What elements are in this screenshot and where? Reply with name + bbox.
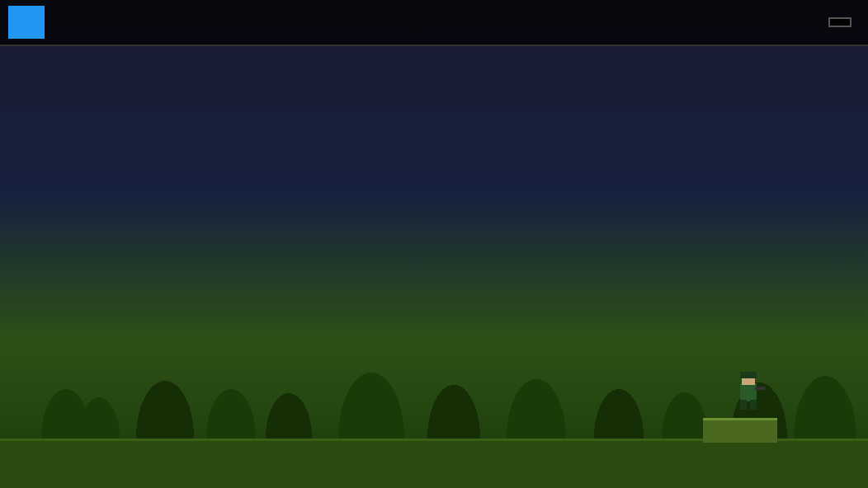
player-character xyxy=(732,367,765,420)
header xyxy=(0,0,868,46)
svg-rect-0 xyxy=(740,383,757,401)
svg-rect-5 xyxy=(750,400,757,410)
svg-rect-2 xyxy=(740,372,757,378)
platform xyxy=(703,418,777,443)
back-button[interactable] xyxy=(8,6,45,39)
ground xyxy=(0,439,868,488)
svg-rect-3 xyxy=(755,387,765,390)
currency-display xyxy=(828,17,851,27)
svg-rect-4 xyxy=(740,400,747,410)
